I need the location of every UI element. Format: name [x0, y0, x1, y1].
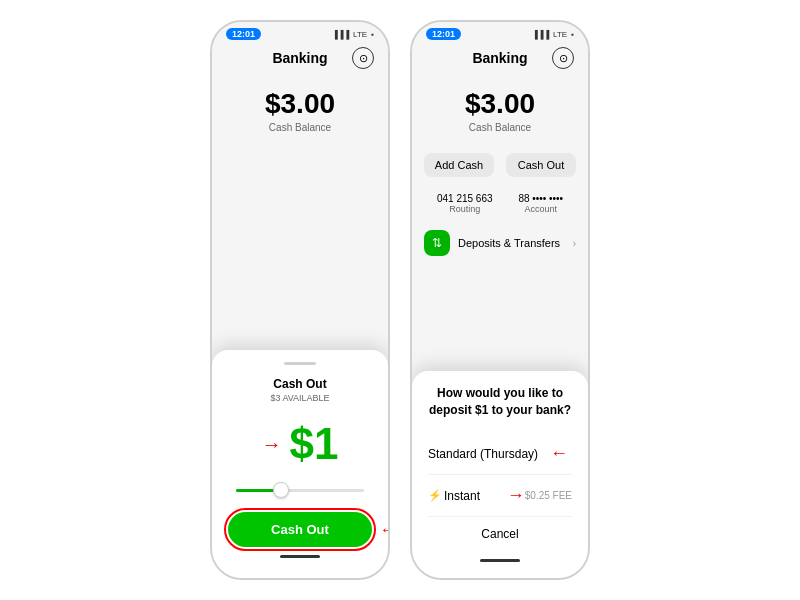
instant-fee: $0.25 FEE	[525, 490, 572, 501]
bank-info: 041 215 663 Routing 88 •••• •••• Account	[412, 185, 588, 222]
add-cash-button[interactable]: Add Cash	[424, 153, 494, 177]
instant-option-label: Instant	[444, 489, 503, 503]
balance-area-left: $3.00 Cash Balance	[212, 72, 388, 145]
right-phone: 12:01 ▐▐▐ LTE ▪ Banking ⊙ $3.00 Cash Bal…	[410, 20, 590, 580]
routing-value: 041 215 663	[437, 193, 493, 204]
standard-arrow-icon: ←	[550, 443, 568, 464]
battery-icon-r: ▪	[571, 30, 574, 39]
balance-label-left: Cash Balance	[212, 122, 388, 133]
cash-out-btn-circle	[224, 508, 376, 551]
status-icons-right: ▐▐▐ LTE ▪	[532, 30, 574, 39]
left-phone: 12:01 ▐▐▐ LTE ▪ Banking ⊙ $3.00 Cash Bal…	[210, 20, 390, 580]
deposits-chevron-icon: ›	[573, 238, 576, 249]
signal-icon-r: ▐▐▐	[532, 30, 549, 39]
profile-glyph: ⊙	[359, 52, 368, 65]
account-label: Account	[518, 204, 563, 214]
deposits-row[interactable]: ⇅ Deposits & Transfers ›	[412, 222, 588, 264]
cash-out-action-button[interactable]: Cash Out	[506, 153, 576, 177]
slider-container[interactable]	[228, 485, 372, 504]
profile-icon-right[interactable]: ⊙	[552, 47, 574, 69]
balance-amount-right: $3.00	[412, 88, 588, 120]
deposit-question: How would you like to deposit $1 to your…	[428, 385, 572, 419]
balance-area-right: $3.00 Cash Balance	[412, 72, 588, 145]
slider-track[interactable]	[236, 489, 364, 492]
lightning-icon: ⚡	[428, 489, 442, 502]
instant-arrow-icon: →	[507, 485, 525, 506]
cash-out-sheet: Cash Out $3 AVAILABLE → $1 Cash Out ←	[212, 350, 388, 578]
routing-label: Routing	[437, 204, 493, 214]
slider-thumb[interactable]	[273, 482, 289, 498]
nav-bar-left: Banking ⊙	[212, 44, 388, 72]
routing-info: 041 215 663 Routing	[437, 193, 493, 214]
nav-bar-right: Banking ⊙	[412, 44, 588, 72]
status-time-right: 12:01	[426, 28, 461, 40]
account-value: 88 •••• ••••	[518, 193, 563, 204]
status-bar-right: 12:01 ▐▐▐ LTE ▪	[412, 22, 588, 44]
profile-icon-left[interactable]: ⊙	[352, 47, 374, 69]
nav-title-right: Banking	[472, 50, 527, 66]
standard-option-label: Standard (Thursday)	[428, 447, 550, 461]
status-time-left: 12:01	[226, 28, 261, 40]
nav-title-left: Banking	[272, 50, 327, 66]
action-buttons: Add Cash Cash Out	[412, 145, 588, 185]
profile-glyph-r: ⊙	[559, 52, 568, 65]
deposits-icon: ⇅	[424, 230, 450, 256]
amount-display: → $1	[228, 419, 372, 469]
deposits-text: Deposits & Transfers	[458, 237, 573, 249]
amount-value: $1	[290, 419, 339, 469]
standard-option[interactable]: Standard (Thursday) ←	[428, 433, 572, 475]
balance-amount-left: $3.00	[212, 88, 388, 120]
bottom-indicator-left	[280, 555, 320, 558]
amount-arrow-icon: →	[262, 433, 282, 456]
instant-option[interactable]: ⚡ Instant → $0.25 FEE	[428, 475, 572, 517]
cash-out-btn-arrow: ←	[380, 521, 390, 539]
status-icons-left: ▐▐▐ LTE ▪	[332, 30, 374, 39]
lte-label-r: LTE	[553, 30, 567, 39]
signal-icon: ▐▐▐	[332, 30, 349, 39]
lte-label: LTE	[353, 30, 367, 39]
sheet-handle-left	[284, 362, 316, 365]
bottom-indicator-right	[480, 559, 520, 562]
sheet-subtitle: $3 AVAILABLE	[228, 393, 372, 403]
cancel-button[interactable]: Cancel	[428, 517, 572, 551]
transfer-icon: ⇅	[432, 236, 442, 250]
status-bar-left: 12:01 ▐▐▐ LTE ▪	[212, 22, 388, 44]
balance-label-right: Cash Balance	[412, 122, 588, 133]
account-info: 88 •••• •••• Account	[518, 193, 563, 214]
battery-icon: ▪	[371, 30, 374, 39]
deposit-sheet: How would you like to deposit $1 to your…	[412, 371, 588, 578]
sheet-title-left: Cash Out	[228, 377, 372, 391]
